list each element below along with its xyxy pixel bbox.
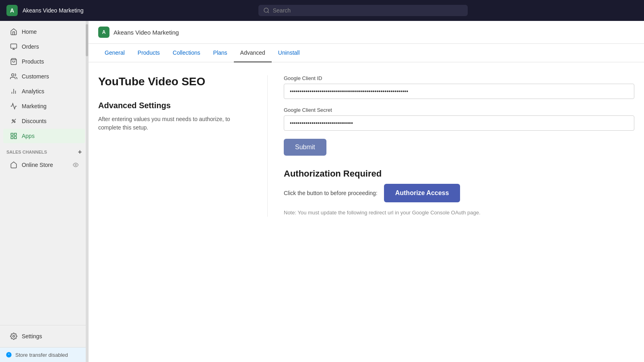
google-client-id-label: Google Client ID <box>284 75 634 81</box>
settings-label: Settings <box>22 333 42 339</box>
sidebar-bottom: Settings <box>0 325 88 347</box>
app-header-title: Akeans Video Marketing <box>114 29 179 36</box>
analytics-icon <box>10 87 18 95</box>
page-body: YouTube Video SEO Advanced Settings Afte… <box>89 62 644 230</box>
sidebar-item-label: Apps <box>22 133 35 139</box>
discounts-icon <box>10 117 18 125</box>
sidebar-item-apps[interactable]: Apps <box>3 129 85 143</box>
sidebar-item-customers[interactable]: Customers <box>3 69 85 84</box>
sidebar: Home Orders Products Cu <box>0 21 89 362</box>
sidebar-item-online-store[interactable]: Online Store <box>3 158 85 172</box>
store-transfer-notice: Store transfer disabled <box>0 347 88 362</box>
sidebar-item-orders[interactable]: Orders <box>3 39 85 54</box>
topbar-logo: A <box>6 5 18 16</box>
sidebar-item-products[interactable]: Products <box>3 54 85 69</box>
sidebar-item-label: Analytics <box>22 88 44 95</box>
sidebar-item-label: Products <box>22 58 44 65</box>
topbar: A Akeans Video Marketing <box>0 0 644 21</box>
svg-line-1 <box>268 12 269 13</box>
sidebar-nav: Home Orders Products Cu <box>0 21 88 325</box>
online-store-icon <box>10 161 18 169</box>
svg-point-10 <box>12 119 13 121</box>
tabs-bar: General Products Collections Plans Advan… <box>89 44 644 62</box>
eye-icon <box>73 162 78 168</box>
online-store-label: Online Store <box>22 162 53 168</box>
advanced-settings-title: Advanced Settings <box>98 101 251 110</box>
tab-general[interactable]: General <box>98 44 131 62</box>
search-input[interactable] <box>273 7 463 14</box>
topbar-search-container <box>258 5 468 16</box>
layout: Home Orders Products Cu <box>0 21 644 362</box>
tab-uninstall[interactable]: Uninstall <box>272 44 306 62</box>
add-sales-channel-icon[interactable]: + <box>78 148 82 156</box>
svg-rect-15 <box>11 137 13 139</box>
sidebar-item-discounts[interactable]: Discounts <box>3 114 85 128</box>
svg-point-6 <box>12 74 14 76</box>
left-panel: YouTube Video SEO Advanced Settings Afte… <box>98 75 267 217</box>
advanced-settings-desc: After entering values you must needs to … <box>98 115 251 132</box>
topbar-title: Akeans Video Marketing <box>23 7 84 14</box>
scrollbar-track <box>86 21 88 362</box>
auth-note: Note: You must update the following redi… <box>284 209 634 217</box>
sidebar-item-analytics[interactable]: Analytics <box>3 84 85 99</box>
authorize-access-button[interactable]: Authorize Access <box>384 184 460 202</box>
google-client-secret-input[interactable] <box>284 115 634 131</box>
tab-products[interactable]: Products <box>131 44 166 62</box>
home-icon <box>10 28 18 36</box>
sidebar-item-label: Orders <box>22 43 39 50</box>
svg-point-0 <box>264 8 268 12</box>
submit-button[interactable]: Submit <box>284 139 326 156</box>
orders-icon <box>10 43 18 51</box>
svg-point-17 <box>75 164 76 166</box>
products-icon <box>10 58 18 66</box>
notice-label: Store transfer disabled <box>15 352 68 358</box>
svg-rect-2 <box>11 44 17 48</box>
app-logo: A <box>98 27 109 38</box>
settings-icon <box>10 332 18 340</box>
sidebar-item-label: Marketing <box>22 103 46 109</box>
google-client-id-input[interactable] <box>284 84 634 99</box>
customers-icon <box>10 72 18 80</box>
main-content: A Akeans Video Marketing General Product… <box>89 21 644 362</box>
search-icon <box>263 7 270 14</box>
apps-icon <box>10 132 18 140</box>
page-title: YouTube Video SEO <box>98 75 251 88</box>
tab-collections[interactable]: Collections <box>166 44 206 62</box>
right-panel: Google Client ID Google Client Secret Su… <box>268 75 634 217</box>
svg-point-18 <box>13 335 15 337</box>
svg-rect-14 <box>14 133 17 135</box>
sales-channels-section: SALES CHANNELS + <box>0 144 88 157</box>
sidebar-item-label: Discounts <box>22 118 46 124</box>
tab-plans[interactable]: Plans <box>207 44 234 62</box>
svg-point-11 <box>14 121 15 123</box>
scrollbar-thumb[interactable] <box>86 24 88 56</box>
content-area: General Products Collections Plans Advan… <box>89 44 644 362</box>
sidebar-item-home[interactable]: Home <box>3 25 85 39</box>
auth-row: Click the button to before proceeding: A… <box>284 184 634 202</box>
auth-required-title: Authorization Required <box>284 169 634 179</box>
auth-desc: Click the button to before proceeding: <box>284 190 378 196</box>
sidebar-item-marketing[interactable]: Marketing <box>3 99 85 113</box>
svg-rect-13 <box>11 133 13 135</box>
sidebar-item-label: Customers <box>22 73 49 80</box>
google-client-secret-label: Google Client Secret <box>284 107 634 113</box>
svg-rect-16 <box>14 137 17 139</box>
app-header-bar: A Akeans Video Marketing <box>89 21 644 44</box>
sidebar-item-settings[interactable]: Settings <box>3 329 85 343</box>
tab-advanced[interactable]: Advanced <box>234 44 272 62</box>
marketing-icon <box>10 102 18 110</box>
sidebar-item-label: Home <box>22 29 37 35</box>
info-icon <box>6 352 12 358</box>
